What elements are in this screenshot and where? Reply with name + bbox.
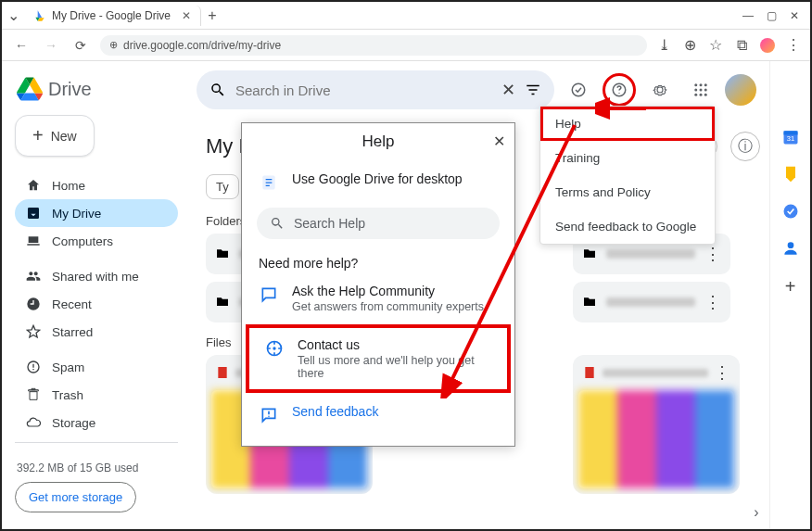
contacts-icon[interactable]: [781, 239, 800, 258]
folder-overflow-icon[interactable]: ⋮: [704, 244, 721, 264]
folder-overflow-icon[interactable]: ⋮: [704, 292, 721, 312]
tab-close-icon[interactable]: ✕: [182, 9, 191, 22]
help-menu-item-feedback[interactable]: Send feedback to Google: [540, 209, 715, 244]
search-input[interactable]: [235, 82, 492, 98]
sidebar-item-storage[interactable]: Storage: [15, 409, 178, 436]
sidebar-item-computers[interactable]: Computers: [15, 227, 178, 255]
trash-icon: [26, 387, 41, 402]
help-menu-item-help[interactable]: Help: [540, 107, 715, 141]
details-icon[interactable]: ⓘ: [730, 132, 760, 161]
url-text: drive.google.com/drive/my-drive: [123, 39, 281, 52]
svg-point-11: [704, 94, 707, 96]
window-minimize-icon[interactable]: —: [742, 9, 754, 22]
folder-icon: [582, 247, 597, 261]
drive-logo[interactable]: Drive: [15, 72, 178, 115]
search-box[interactable]: ✕: [197, 70, 554, 109]
home-icon: [26, 178, 41, 193]
search-icon: [209, 82, 226, 98]
help-row-sub: Get answers from community experts: [292, 300, 484, 313]
help-desktop-row[interactable]: Use Google Drive for desktop: [242, 160, 514, 204]
folder-icon: [215, 247, 230, 261]
zoom-icon[interactable]: ⊕: [682, 38, 697, 53]
sidebar-item-recent[interactable]: Recent: [15, 290, 178, 318]
window-close-icon[interactable]: ✕: [790, 9, 799, 22]
file-name: [603, 369, 708, 377]
forward-button[interactable]: →: [41, 35, 61, 56]
help-row-title: Ask the Help Community: [292, 284, 484, 298]
sidebar-item-label: Spam: [52, 360, 84, 374]
svg-point-6: [694, 89, 697, 92]
install-app-icon[interactable]: ⤓: [656, 38, 671, 53]
sidebar-item-label: Recent: [52, 297, 92, 311]
help-send-feedback-row[interactable]: Send feedback: [242, 393, 514, 436]
sidebar-item-trash[interactable]: Trash: [15, 381, 178, 409]
filter-icon[interactable]: [525, 82, 541, 98]
file-overflow-icon[interactable]: ⋮: [714, 362, 730, 383]
clear-search-icon[interactable]: ✕: [501, 80, 515, 100]
logo-text: Drive: [48, 79, 92, 100]
new-tab-button[interactable]: +: [201, 5, 223, 27]
help-community-row[interactable]: Ask the Help Community Get answers from …: [242, 272, 514, 324]
extensions-icon[interactable]: ⧉: [734, 38, 749, 53]
add-panel-icon[interactable]: +: [785, 276, 796, 297]
help-menu-item-training[interactable]: Training: [540, 141, 715, 175]
sidebar: Drive + New Home My Drive Computers Shar…: [2, 61, 187, 529]
feedback-icon: [259, 405, 279, 425]
scroll-right-icon[interactable]: ›: [745, 501, 768, 524]
svg-point-15: [783, 205, 797, 219]
help-row-title: Use Google Drive for desktop: [292, 171, 463, 186]
sidebar-item-shared[interactable]: Shared with me: [15, 262, 178, 290]
help-menu-item-terms[interactable]: Terms and Policy: [540, 175, 715, 209]
folder-icon: [215, 295, 230, 310]
help-row-sub: Tell us more and we'll help you get ther…: [298, 354, 492, 380]
tasks-icon[interactable]: [781, 202, 800, 221]
svg-point-1: [572, 83, 585, 96]
type-filter-chip[interactable]: Ty: [206, 174, 239, 199]
tab-dropdown-icon[interactable]: ⌄: [2, 6, 24, 24]
back-button[interactable]: ←: [11, 35, 32, 56]
bookmark-icon[interactable]: ☆: [708, 38, 723, 53]
sidebar-item-label: My Drive: [52, 207, 101, 221]
svg-point-10: [700, 94, 703, 96]
sidebar-item-label: Home: [52, 179, 85, 193]
svg-point-16: [787, 242, 793, 248]
browser-tab[interactable]: My Drive - Google Drive ✕: [24, 6, 201, 26]
drive-icon: [26, 206, 41, 221]
side-panel: 31 +: [769, 61, 810, 529]
ready-offline-icon[interactable]: [562, 73, 595, 107]
address-bar[interactable]: ⊕ drive.google.com/drive/my-drive: [100, 35, 647, 56]
folder-card[interactable]: ⋮: [573, 282, 730, 322]
help-panel: Help ✕ Use Google Drive for desktop Sear…: [241, 122, 515, 447]
browser-menu-icon[interactable]: ⋮: [786, 38, 801, 53]
site-info-icon[interactable]: ⊕: [109, 39, 118, 51]
sidebar-item-spam[interactable]: Spam: [15, 353, 178, 381]
file-card[interactable]: ⋮: [573, 355, 740, 494]
keep-icon[interactable]: [781, 165, 800, 183]
sidebar-item-home[interactable]: Home: [15, 171, 178, 199]
storage-used-text: 392.2 MB of 15 GB used: [17, 461, 178, 474]
help-contact-row[interactable]: Contact us Tell us more and we'll help y…: [247, 326, 509, 391]
sidebar-item-label: Computers: [52, 234, 113, 248]
sidebar-item-starred[interactable]: Starred: [15, 318, 178, 346]
sidebar-item-label: Trash: [52, 388, 83, 402]
svg-point-3: [694, 83, 697, 86]
sidebar-item-my-drive[interactable]: My Drive: [15, 199, 178, 227]
contact-icon: [264, 338, 285, 359]
help-search-box[interactable]: Search Help: [257, 208, 500, 239]
svg-point-5: [704, 83, 707, 86]
help-panel-close-icon[interactable]: ✕: [493, 133, 505, 150]
need-more-help-label: Need more help?: [242, 247, 514, 272]
window-maximize-icon[interactable]: ▢: [767, 9, 777, 22]
get-more-storage-button[interactable]: Get more storage: [15, 482, 136, 512]
sidebar-item-label: Storage: [52, 416, 95, 430]
support-icon[interactable]: [603, 73, 636, 107]
reload-button[interactable]: ⟳: [70, 35, 91, 56]
help-panel-title: Help: [362, 133, 395, 151]
account-avatar[interactable]: [725, 74, 756, 106]
settings-icon[interactable]: [643, 73, 677, 107]
apps-grid-icon[interactable]: [684, 73, 717, 107]
new-button[interactable]: + New: [15, 115, 95, 157]
article-icon: [259, 172, 279, 193]
calendar-icon[interactable]: 31: [781, 128, 800, 146]
browser-profile-avatar[interactable]: [760, 38, 775, 53]
